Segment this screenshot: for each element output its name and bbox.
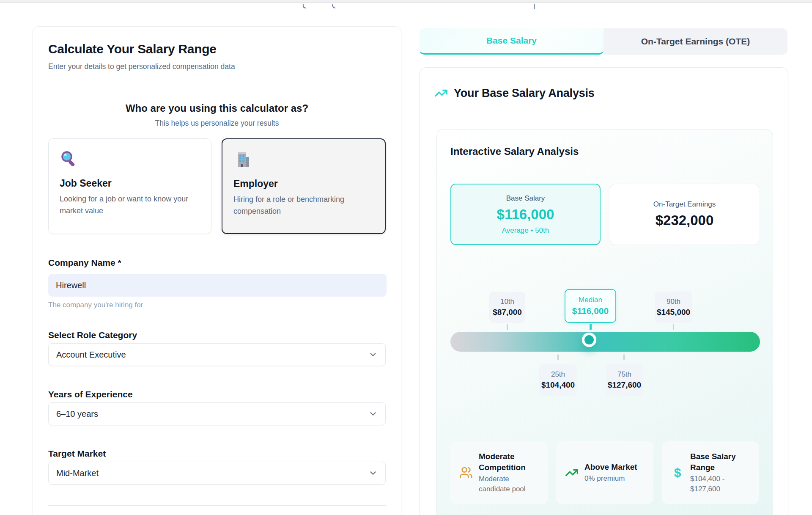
tick-mark <box>623 354 625 360</box>
percentile-pill-10th: 10th $87,000 <box>489 292 525 323</box>
persona-card-job-seeker[interactable]: Job Seeker Looking for a job or want to … <box>48 138 211 234</box>
magnifier-icon <box>60 150 78 168</box>
percentile-pill-90th: 90th $145,000 <box>655 292 692 323</box>
insight-subtitle: $104,400 - $127,600 <box>690 474 752 494</box>
insight-title: Moderate Competition <box>479 451 540 473</box>
experience-label: Years of Experience <box>48 389 386 399</box>
insight-subtitle: Moderate candidate pool <box>479 474 540 494</box>
percentile-value: $145,000 <box>655 308 692 317</box>
percentile-pill-75th: 75th $127,600 <box>606 364 643 396</box>
experience-value: 6–10 years <box>56 409 98 419</box>
percentile-pill-25th: 25th $104,400 <box>539 364 577 396</box>
trending-up-icon <box>434 86 448 100</box>
dollar-icon: $ <box>670 465 685 480</box>
percentile-label: 75th <box>606 370 643 379</box>
chevron-down-icon <box>368 468 378 478</box>
salary-slider-handle[interactable] <box>582 333 596 347</box>
ote-summary-card[interactable]: On-Target Earnings $232,000 <box>610 184 759 245</box>
clipped-text-descender <box>534 4 535 9</box>
trending-up-icon <box>565 465 579 480</box>
company-name-helper: The company you're hiring for <box>48 301 386 309</box>
form-section-divider <box>48 505 386 506</box>
chevron-down-icon <box>368 409 378 419</box>
ote-value: $232,000 <box>656 212 714 229</box>
analysis-heading: Your Base Salary Analysis <box>434 86 595 100</box>
insight-subtitle: 0% premium <box>584 474 637 484</box>
persona-description: Hiring for a role or benchmarking compen… <box>233 193 374 217</box>
competition-insight-card: Moderate Competition Moderate candidate … <box>450 441 548 504</box>
base-salary-analysis-card: Your Base Salary Analysis Interactive Sa… <box>420 67 788 515</box>
tick-mark-median <box>590 324 592 330</box>
tab-base-salary[interactable]: Base Salary <box>420 28 604 55</box>
chevron-down-icon <box>368 350 378 359</box>
base-salary-value: $116,000 <box>497 207 554 223</box>
persona-description: Looking for a job or want to know your m… <box>60 193 200 217</box>
persona-selector: Job Seeker Looking for a job or want to … <box>48 138 386 234</box>
percentile-label: 10th <box>489 297 525 306</box>
users-icon <box>459 465 473 480</box>
persona-card-employer[interactable]: Employer Hiring for a role or benchmarki… <box>222 138 386 234</box>
percentile-label: Median <box>565 296 615 304</box>
percentile-label: 90th <box>655 297 692 306</box>
salary-range-insight-card: $ Base Salary Range $104,400 - $127,600 <box>662 441 759 504</box>
percentile-pill-median: Median $116,000 <box>565 289 616 323</box>
summary-cards: Base Salary $116,000 Average • 50th On-T… <box>450 184 759 245</box>
persona-title: Job Seeker <box>60 178 200 189</box>
role-category-value: Account Executive <box>56 350 126 360</box>
company-name-input[interactable] <box>48 274 387 297</box>
role-category-select[interactable]: Account Executive <box>48 343 386 366</box>
percentile-value: $127,600 <box>606 380 643 390</box>
target-market-value: Mid-Market <box>56 468 99 478</box>
percentile-value: $104,400 <box>539 380 577 390</box>
clipped-text-descender <box>302 4 307 8</box>
analysis-title: Your Base Salary Analysis <box>454 87 595 100</box>
summary-label: Base Salary <box>506 194 545 203</box>
salary-slider-track[interactable] <box>450 332 760 352</box>
insight-title: Above Market <box>584 462 637 473</box>
form-title: Calculate Your Salary Range <box>48 42 386 56</box>
insight-title: Base Salary Range <box>690 451 752 473</box>
persona-title: Employer <box>233 178 374 190</box>
interactive-salary-panel: Interactive Salary Analysis Base Salary … <box>436 129 773 515</box>
office-building-icon <box>233 150 252 169</box>
insight-cards: Moderate Competition Moderate candidate … <box>450 441 759 504</box>
persona-question: Who are you using this calculator as? <box>48 102 386 114</box>
percentile-value: $87,000 <box>489 308 525 317</box>
clipped-top-header <box>0 0 812 3</box>
experience-select[interactable]: 6–10 years <box>48 402 386 425</box>
base-salary-summary-card[interactable]: Base Salary $116,000 Average • 50th <box>450 184 601 245</box>
salary-form-card: Calculate Your Salary Range Enter your d… <box>33 26 401 515</box>
clipped-text-descender <box>332 4 336 8</box>
target-market-label: Target Market <box>48 449 386 459</box>
base-salary-caption: Average • 50th <box>502 226 549 235</box>
target-market-select[interactable]: Mid-Market <box>48 462 386 485</box>
tick-mark <box>557 354 559 360</box>
results-tabbar: Base Salary On-Target Earnings (OTE) <box>420 28 787 55</box>
role-category-label: Select Role Category <box>48 330 386 340</box>
company-name-label: Company Name * <box>48 258 386 268</box>
percentile-value: $116,000 <box>565 306 615 316</box>
form-subtitle: Enter your details to get personalized c… <box>48 62 386 71</box>
persona-hint: This helps us personalize your results <box>48 119 386 128</box>
summary-label: On-Target Earnings <box>653 200 716 209</box>
market-position-insight-card: Above Market 0% premium <box>556 441 653 504</box>
tick-mark <box>507 324 508 330</box>
tab-on-target-earnings[interactable]: On-Target Earnings (OTE) <box>604 28 787 55</box>
percentile-label: 25th <box>539 370 577 379</box>
tick-mark <box>673 324 674 330</box>
panel-title: Interactive Salary Analysis <box>450 146 579 157</box>
